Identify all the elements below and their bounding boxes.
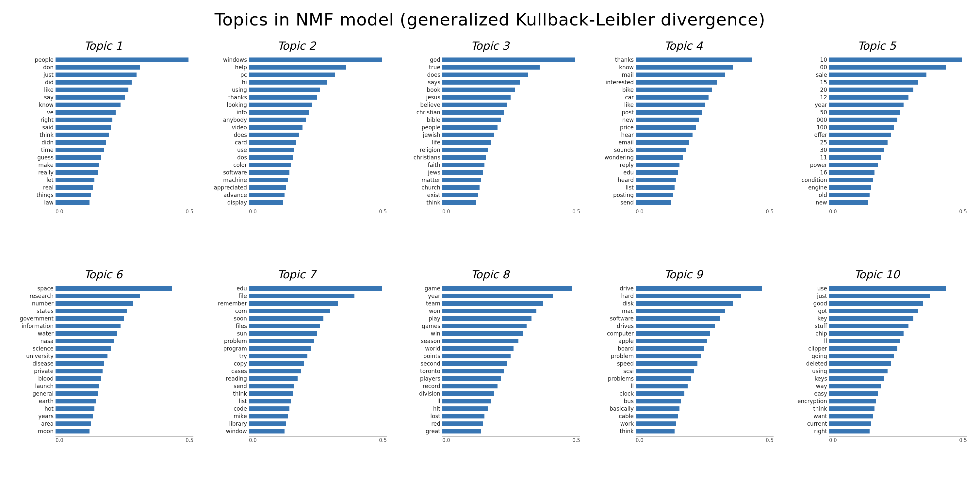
bar-label: engine xyxy=(787,184,829,191)
bar-track xyxy=(56,170,193,175)
bar-fill xyxy=(56,80,132,84)
bar-row: basically xyxy=(593,405,773,412)
bar-fill xyxy=(249,163,291,167)
bar-row: water xyxy=(13,330,193,337)
bar-row: 20 xyxy=(787,86,967,94)
bar-track xyxy=(829,399,967,403)
bar-track xyxy=(249,346,387,351)
bar-row: file xyxy=(207,293,387,299)
bar-track xyxy=(636,422,773,426)
bar-fill xyxy=(56,369,103,373)
bar-fill xyxy=(829,376,884,381)
bar-label: points xyxy=(400,353,442,360)
bar-track xyxy=(829,65,967,70)
bar-label: posting xyxy=(593,192,636,198)
bar-label: encryption xyxy=(787,398,829,404)
bar-label: mike xyxy=(207,413,249,420)
bar-row: real xyxy=(13,184,193,191)
bar-label: research xyxy=(13,293,56,299)
bar-track xyxy=(636,140,773,145)
bar-row: work xyxy=(593,420,773,427)
bar-row: book xyxy=(400,86,580,94)
bar-row: clipper xyxy=(787,345,967,352)
bar-row: library xyxy=(207,420,387,427)
bar-row: price xyxy=(593,124,773,131)
bar-fill xyxy=(442,346,514,351)
bar-row: world xyxy=(400,345,580,352)
bar-track xyxy=(249,65,387,70)
bar-row: pc xyxy=(207,71,387,78)
axis-line xyxy=(249,436,387,437)
bar-row: hi xyxy=(207,79,387,86)
bar-track xyxy=(442,346,580,351)
bar-label: offer xyxy=(787,132,829,138)
bar-label: hot xyxy=(13,406,56,412)
bar-fill xyxy=(249,80,327,84)
bar-label: play xyxy=(400,315,442,322)
bar-fill xyxy=(249,294,355,298)
bar-label: science xyxy=(13,345,56,352)
bar-fill xyxy=(442,193,478,197)
bar-row: try xyxy=(207,353,387,360)
bar-fill xyxy=(636,406,679,411)
bar-fill xyxy=(56,148,104,152)
bar-fill xyxy=(636,193,673,197)
bar-track xyxy=(636,369,773,373)
bar-row: 12 xyxy=(787,94,967,101)
bar-label: disease xyxy=(13,360,56,367)
bar-label: card xyxy=(207,139,249,146)
bar-track xyxy=(56,155,193,160)
bar-label: chip xyxy=(787,330,829,337)
bar-track xyxy=(442,414,580,418)
bar-fill xyxy=(56,354,108,358)
bar-label: states xyxy=(13,308,56,314)
bar-fill xyxy=(442,354,511,358)
bar-track xyxy=(56,384,193,388)
bar-track xyxy=(829,376,967,381)
bar-fill xyxy=(249,331,317,336)
axis-tick: 0.5 xyxy=(766,438,773,443)
bar-label: anybody xyxy=(207,117,249,123)
bar-track xyxy=(249,178,387,182)
bar-row: private xyxy=(13,368,193,375)
bar-label: bus xyxy=(593,398,636,404)
bar-label: 20 xyxy=(787,87,829,93)
bar-track xyxy=(56,301,193,306)
bar-label: condition xyxy=(787,177,829,183)
bar-label: like xyxy=(593,102,636,108)
bar-row: did xyxy=(13,79,193,86)
bar-row: government xyxy=(13,315,193,322)
bar-label: year xyxy=(787,102,829,108)
axis-tick: 0.0 xyxy=(829,209,837,215)
bar-track xyxy=(442,429,580,433)
axis-tick: 0.5 xyxy=(572,438,580,443)
bar-track xyxy=(829,324,967,328)
bar-row: info xyxy=(207,109,387,116)
bar-track xyxy=(829,185,967,190)
bar-label: moon xyxy=(13,428,56,434)
bar-track xyxy=(829,309,967,313)
bar-row: christian xyxy=(400,109,580,116)
bar-row: display xyxy=(207,199,387,206)
bar-fill xyxy=(829,170,875,175)
axis-line xyxy=(829,436,967,437)
bar-label: think xyxy=(787,406,829,412)
bar-row: soon xyxy=(207,315,387,322)
bar-label: price xyxy=(593,124,636,130)
bar-fill xyxy=(829,294,930,298)
bar-row: speed xyxy=(593,360,773,367)
bar-row: drives xyxy=(593,323,773,329)
bar-track xyxy=(636,384,773,388)
bar-label: information xyxy=(13,323,56,329)
bar-track xyxy=(56,309,193,313)
bar-label: new xyxy=(787,199,829,206)
bar-fill xyxy=(442,185,480,190)
bar-fill xyxy=(829,80,918,84)
bar-track xyxy=(249,193,387,197)
bar-row: years xyxy=(13,412,193,420)
bar-track xyxy=(636,286,773,291)
bar-track xyxy=(636,57,773,62)
bar-fill xyxy=(636,286,762,291)
bar-fill xyxy=(829,118,897,122)
bar-label: exist xyxy=(400,192,442,198)
